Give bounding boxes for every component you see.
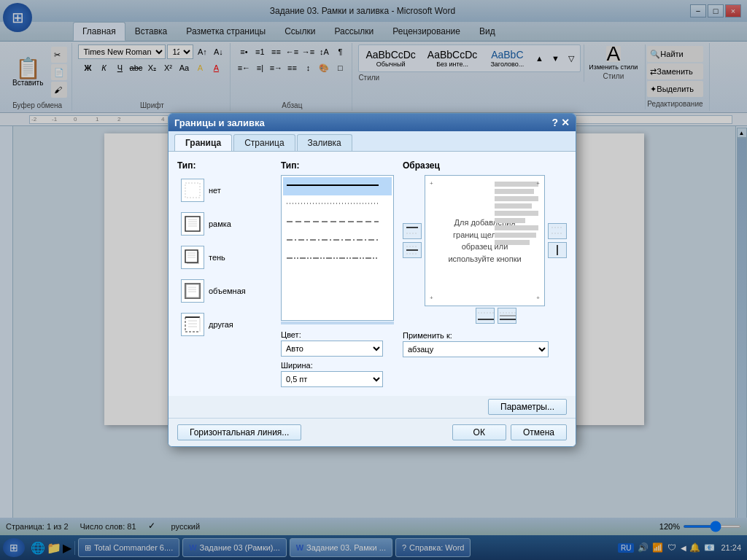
- cancel-button[interactable]: Отмена: [511, 424, 567, 440]
- linetype-scrollbar[interactable]: [281, 322, 394, 324]
- border-right-outer-button[interactable]: [548, 223, 567, 239]
- dialog-body: Тип: нет рамка: [169, 152, 576, 396]
- horiz-line-button[interactable]: Горизонтальная линия...: [177, 424, 301, 440]
- type-box-icon: [181, 212, 204, 236]
- line-dashed1[interactable]: [283, 214, 392, 232]
- apply-label: Применить к:: [403, 331, 567, 340]
- horiz-line-area: Горизонтальная линия... ОК Отмена: [169, 418, 576, 446]
- type-label: Тип:: [177, 160, 272, 171]
- dialog-tabs: Граница Страница Заливка: [169, 131, 576, 152]
- type-column: Тип: нет рамка: [177, 160, 272, 387]
- bottom-border-buttons: [403, 308, 567, 324]
- params-button[interactable]: Параметры...: [488, 399, 567, 415]
- ok-cancel-buttons: ОК Отмена: [452, 424, 567, 440]
- dialog-close-button[interactable]: ? ✕: [552, 117, 570, 128]
- width-row: Ширина: 0,5 пт: [281, 361, 394, 387]
- border-inner-button[interactable]: [548, 242, 567, 258]
- line-dashdot1[interactable]: [283, 232, 392, 250]
- apply-to-row: Применить к: абзацу: [403, 331, 567, 357]
- border-middle-button[interactable]: [403, 242, 422, 258]
- params-row: Параметры...: [169, 396, 576, 418]
- line-dashdotdot1[interactable]: [283, 250, 392, 268]
- type-box[interactable]: рамка: [177, 209, 272, 239]
- type-none[interactable]: нет: [177, 175, 272, 206]
- border-inside-horiz-button[interactable]: [498, 308, 516, 324]
- doc-lines: [495, 182, 538, 247]
- svg-rect-7: [185, 250, 198, 262]
- preview-column: Образец Для добавления границ щелкните о: [403, 160, 567, 387]
- right-border-buttons: [548, 175, 567, 306]
- type-box-label: рамка: [209, 219, 231, 228]
- linetype-label: Тип:: [281, 160, 394, 171]
- preview-area-wrap: Для добавления границ щелкните образец и…: [403, 175, 567, 306]
- left-border-buttons: [403, 175, 422, 306]
- type-3d-icon: [181, 279, 204, 303]
- line-solid[interactable]: [283, 177, 392, 195]
- border-top-outer-button[interactable]: [403, 223, 422, 239]
- dialog-overlay: Границы и заливка ? ✕ Граница Страница З…: [0, 0, 747, 560]
- linetype-column: Тип:: [281, 160, 394, 387]
- linetype-list[interactable]: [281, 175, 394, 321]
- type-custom-icon: [181, 313, 204, 336]
- color-select[interactable]: Авто: [281, 341, 383, 357]
- apply-select[interactable]: абзацу: [403, 341, 549, 357]
- type-shadow-label: тень: [209, 253, 225, 262]
- width-select[interactable]: 0,5 пт: [281, 371, 383, 387]
- ok-button[interactable]: ОК: [452, 424, 506, 440]
- dialog-titlebar: Границы и заливка ? ✕: [169, 114, 576, 131]
- type-shadow[interactable]: тень: [177, 242, 272, 273]
- type-custom[interactable]: другая: [177, 309, 272, 340]
- dialog-tab-fill[interactable]: Заливка: [297, 134, 352, 151]
- type-3d-label: объемная: [209, 287, 246, 295]
- line-dotted1[interactable]: [283, 195, 392, 214]
- width-label: Ширина:: [281, 361, 394, 370]
- dialog-tab-page[interactable]: Страница: [233, 134, 295, 151]
- svg-rect-16: [185, 317, 200, 332]
- dialog-title: Границы и заливка: [174, 117, 265, 128]
- apply-select-wrap: абзацу: [403, 341, 567, 357]
- color-label: Цвет:: [281, 330, 394, 339]
- type-shadow-icon: [181, 246, 204, 269]
- color-row: Цвет: Авто: [281, 330, 394, 357]
- border-bottom-outer-button[interactable]: [476, 308, 495, 324]
- type-none-icon: [181, 179, 204, 202]
- type-3d[interactable]: объемная: [177, 276, 272, 306]
- preview-label: Образец: [403, 160, 567, 171]
- svg-rect-0: [185, 183, 200, 198]
- type-custom-label: другая: [209, 320, 233, 329]
- dialog-tab-border[interactable]: Граница: [174, 134, 232, 151]
- type-items: нет рамка тень: [177, 175, 272, 340]
- svg-rect-11: [185, 284, 200, 298]
- borders-dialog: Границы и заливка ? ✕ Граница Страница З…: [168, 113, 576, 447]
- preview-box: Для добавления границ щелкните образец и…: [425, 175, 545, 306]
- type-none-label: нет: [209, 186, 221, 195]
